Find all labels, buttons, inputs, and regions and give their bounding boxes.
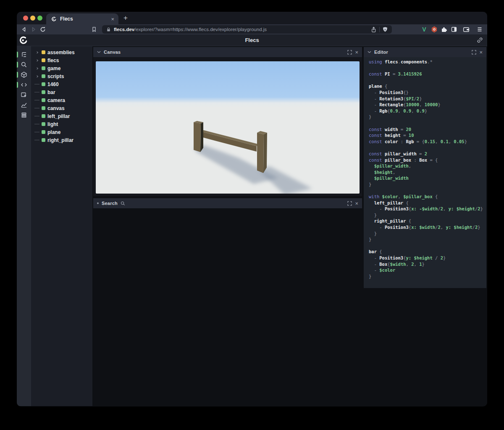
tab-close-icon[interactable]: × xyxy=(111,16,114,22)
leaf-dash-icon xyxy=(34,108,39,108)
code-line: - Position3{x: $width/2, y: $height/2} xyxy=(369,225,486,231)
expand-chevron-icon[interactable] xyxy=(34,68,39,69)
tree-item-game[interactable]: game xyxy=(31,64,92,72)
code-line xyxy=(369,121,486,127)
code-line: - Box{$width, 2, 1} xyxy=(369,262,486,268)
share-icon[interactable] xyxy=(370,26,377,33)
desktop: Flecs × + xyxy=(0,0,504,430)
address-bar[interactable]: flecs.dev/explorer/?wasm=https://www.fle… xyxy=(102,25,392,34)
tree-item-left_pillar[interactable]: left_pillar xyxy=(31,112,92,120)
canvas-panel-title: Canvas xyxy=(104,50,121,55)
code-line: } xyxy=(369,237,486,243)
expand-chevron-icon[interactable] xyxy=(34,76,39,77)
extensions-puzzle-icon[interactable] xyxy=(441,26,447,33)
window-close-button[interactable] xyxy=(23,16,28,21)
tree-item-label: canvas xyxy=(47,105,65,111)
code-line: } xyxy=(369,114,486,121)
vue-devtools-extension-icon[interactable]: V xyxy=(422,26,426,33)
search-panel: Search × xyxy=(93,198,362,208)
code-line xyxy=(369,66,486,72)
active-indicator xyxy=(17,82,18,88)
active-indicator xyxy=(17,52,18,58)
tree-item-label: flecs xyxy=(47,58,59,63)
close-icon[interactable]: × xyxy=(355,201,358,206)
left-pillar-front-face xyxy=(194,122,201,152)
app-content: assembliesflecsgamescripts1460barcamerac… xyxy=(17,46,487,406)
fullscreen-icon[interactable] xyxy=(347,50,352,55)
close-icon[interactable]: × xyxy=(479,50,483,55)
code-line: const pillar_width = 2 xyxy=(369,151,486,157)
sidebar-item-entity-tree[interactable] xyxy=(17,50,31,60)
entity-kind-dot xyxy=(42,90,45,94)
new-tab-button[interactable]: + xyxy=(122,14,129,22)
expand-chevron-icon[interactable] xyxy=(34,52,39,53)
tree-item-canvas[interactable]: canvas xyxy=(31,104,92,112)
search-panel-header[interactable]: Search × xyxy=(93,198,362,208)
app-header: Flecs xyxy=(17,34,487,46)
brave-shield-icon[interactable] xyxy=(382,26,388,32)
tree-item-label: assemblies xyxy=(47,50,75,55)
sidebar-item-tables[interactable] xyxy=(17,110,31,120)
window-minimize-button[interactable] xyxy=(30,16,35,21)
sidebar-item-statistics[interactable] xyxy=(17,100,31,110)
search-panel-title: Search xyxy=(102,201,118,206)
extension-hexagon-icon[interactable] xyxy=(431,26,438,33)
sidebar-item-inspector[interactable] xyxy=(17,90,31,100)
share-link-icon[interactable] xyxy=(477,37,483,43)
bookmark-icon[interactable] xyxy=(91,26,97,33)
editor-panel-header[interactable]: Editor × xyxy=(364,47,486,57)
forward-icon[interactable] xyxy=(30,26,37,33)
code-line xyxy=(369,78,486,84)
tree-item-1460[interactable]: 1460 xyxy=(31,80,92,88)
entity-tree-panel: assembliesflecsgamescripts1460barcamerac… xyxy=(31,46,92,406)
code-line: } xyxy=(369,182,486,188)
wallet-icon[interactable] xyxy=(463,26,470,33)
sidebar-item-search[interactable] xyxy=(17,60,31,70)
code-editor[interactable]: using flecs.components.* const PI = 3.14… xyxy=(364,57,486,280)
sidebar-item-editor[interactable] xyxy=(17,80,31,90)
code-line xyxy=(369,145,486,151)
canvas-panel-header[interactable]: Canvas × xyxy=(93,47,362,57)
code-line: } xyxy=(369,231,486,237)
window-zoom-button[interactable] xyxy=(37,16,42,21)
tree-item-flecs[interactable]: flecs xyxy=(31,56,92,64)
collapsed-dot-icon xyxy=(97,202,99,204)
stack-icon xyxy=(21,112,27,118)
back-icon[interactable] xyxy=(21,26,27,33)
sidebar-item-canvas[interactable] xyxy=(17,70,31,80)
tree-item-camera[interactable]: camera xyxy=(31,96,92,104)
canvas-panel: Canvas × xyxy=(93,47,362,196)
code-line: const color : Rgb = {0.15, 0.1, 0.05} xyxy=(369,139,486,145)
expand-chevron-icon[interactable] xyxy=(34,60,39,61)
menu-icon[interactable] xyxy=(477,26,483,33)
fullscreen-icon[interactable] xyxy=(472,50,476,55)
browser-tab-bar: Flecs × + xyxy=(17,12,487,24)
tree-item-bar[interactable]: bar xyxy=(31,88,92,96)
tree-item-assemblies[interactable]: assemblies xyxy=(31,48,92,56)
reload-icon[interactable] xyxy=(39,26,46,33)
leaf-dash-icon xyxy=(34,124,39,124)
flecs-favicon xyxy=(51,16,57,22)
leaf-dash-icon xyxy=(34,116,39,116)
tree-item-plane[interactable]: plane xyxy=(31,128,92,136)
sidebar-toggle-icon[interactable] xyxy=(451,26,457,33)
code-line xyxy=(369,188,486,194)
lock-icon xyxy=(106,27,111,32)
tree-item-label: 1460 xyxy=(47,81,59,87)
entity-kind-dot xyxy=(42,122,45,126)
close-icon[interactable]: × xyxy=(355,50,358,55)
tree-item-scripts[interactable]: scripts xyxy=(31,72,92,80)
code-line: - Position3{x: -$width/2, y: $height/2} xyxy=(369,206,486,212)
3d-viewport[interactable] xyxy=(96,61,360,194)
tree-item-label: bar xyxy=(47,89,55,95)
code-line xyxy=(369,243,486,249)
browser-tab[interactable]: Flecs × xyxy=(46,13,118,24)
tree-item-light[interactable]: light xyxy=(31,120,92,128)
active-indicator xyxy=(17,62,18,68)
fullscreen-icon[interactable] xyxy=(347,201,352,206)
tree-item-label: right_pillar xyxy=(47,137,74,143)
tree-item-right_pillar[interactable]: right_pillar xyxy=(31,136,92,144)
entity-tree-icon xyxy=(21,51,27,58)
code-line: const width = 20 xyxy=(369,127,486,133)
editor-panel: Editor × using flecs.components.* const … xyxy=(364,47,486,288)
